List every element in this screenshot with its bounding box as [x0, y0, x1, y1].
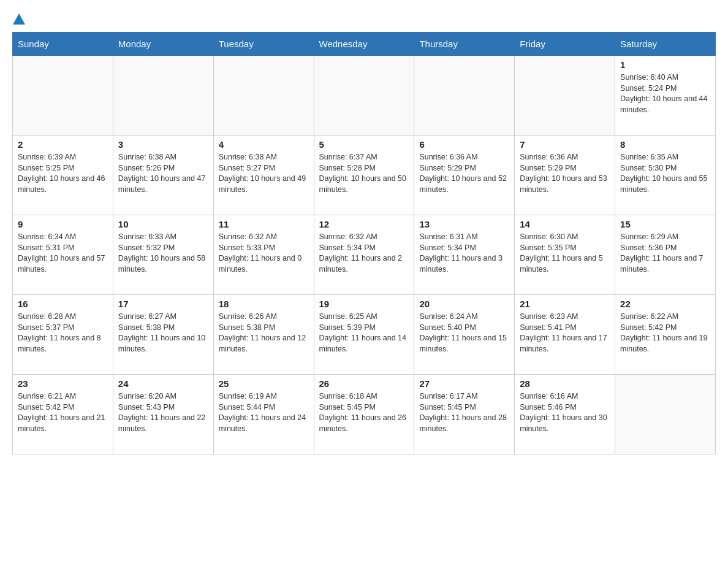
- calendar-cell: 7Sunrise: 6:36 AM Sunset: 5:29 PM Daylig…: [515, 136, 615, 215]
- calendar-cell: 26Sunrise: 6:18 AM Sunset: 5:45 PM Dayli…: [314, 375, 414, 454]
- calendar-header-saturday: Saturday: [615, 33, 716, 56]
- calendar-week-row: 23Sunrise: 6:21 AM Sunset: 5:42 PM Dayli…: [13, 375, 716, 454]
- svg-marker-0: [13, 13, 25, 25]
- calendar-header-friday: Friday: [515, 33, 615, 56]
- calendar-header-wednesday: Wednesday: [314, 33, 414, 56]
- day-number: 1: [620, 59, 710, 70]
- calendar-header-row: SundayMondayTuesdayWednesdayThursdayFrid…: [13, 33, 716, 56]
- day-info: Sunrise: 6:39 AM Sunset: 5:25 PM Dayligh…: [18, 152, 108, 195]
- calendar-week-row: 9Sunrise: 6:34 AM Sunset: 5:31 PM Daylig…: [13, 215, 716, 295]
- day-info: Sunrise: 6:34 AM Sunset: 5:31 PM Dayligh…: [18, 232, 108, 275]
- day-info: Sunrise: 6:31 AM Sunset: 5:34 PM Dayligh…: [419, 232, 509, 275]
- logo-triangle-icon: [12, 12, 26, 26]
- calendar-cell: 18Sunrise: 6:26 AM Sunset: 5:38 PM Dayli…: [213, 295, 314, 375]
- day-info: Sunrise: 6:40 AM Sunset: 5:24 PM Dayligh…: [620, 72, 710, 115]
- calendar-cell: [314, 56, 414, 136]
- day-info: Sunrise: 6:27 AM Sunset: 5:38 PM Dayligh…: [118, 312, 208, 354]
- day-number: 2: [18, 139, 108, 150]
- day-info: Sunrise: 6:30 AM Sunset: 5:35 PM Dayligh…: [520, 232, 610, 275]
- calendar-cell: 14Sunrise: 6:30 AM Sunset: 5:35 PM Dayli…: [515, 215, 615, 295]
- logo: [12, 12, 27, 26]
- day-number: 26: [319, 378, 409, 389]
- day-info: Sunrise: 6:38 AM Sunset: 5:26 PM Dayligh…: [118, 152, 208, 195]
- day-number: 22: [620, 299, 710, 309]
- day-number: 6: [419, 139, 509, 150]
- calendar-cell: [13, 56, 113, 136]
- day-info: Sunrise: 6:35 AM Sunset: 5:30 PM Dayligh…: [620, 152, 710, 195]
- day-number: 5: [319, 139, 409, 150]
- day-number: 9: [18, 219, 108, 229]
- calendar-cell: [213, 56, 314, 136]
- day-number: 15: [620, 219, 710, 229]
- calendar-week-row: 16Sunrise: 6:28 AM Sunset: 5:37 PM Dayli…: [13, 295, 716, 375]
- day-number: 28: [520, 378, 610, 389]
- day-info: Sunrise: 6:22 AM Sunset: 5:42 PM Dayligh…: [620, 312, 710, 354]
- day-info: Sunrise: 6:33 AM Sunset: 5:32 PM Dayligh…: [118, 232, 208, 275]
- day-info: Sunrise: 6:28 AM Sunset: 5:37 PM Dayligh…: [18, 312, 108, 354]
- page-header: [12, 12, 716, 26]
- day-info: Sunrise: 6:18 AM Sunset: 5:45 PM Dayligh…: [319, 391, 409, 434]
- day-info: Sunrise: 6:19 AM Sunset: 5:44 PM Dayligh…: [219, 391, 309, 434]
- day-info: Sunrise: 6:29 AM Sunset: 5:36 PM Dayligh…: [620, 232, 710, 275]
- calendar-cell: 15Sunrise: 6:29 AM Sunset: 5:36 PM Dayli…: [615, 215, 716, 295]
- day-info: Sunrise: 6:17 AM Sunset: 5:45 PM Dayligh…: [419, 391, 509, 434]
- day-number: 27: [419, 378, 509, 389]
- day-number: 7: [520, 139, 610, 150]
- day-number: 19: [319, 299, 409, 309]
- calendar-table: SundayMondayTuesdayWednesdayThursdayFrid…: [12, 32, 716, 454]
- day-number: 3: [118, 139, 208, 150]
- calendar-cell: 19Sunrise: 6:25 AM Sunset: 5:39 PM Dayli…: [314, 295, 414, 375]
- day-number: 16: [18, 299, 108, 309]
- calendar-cell: 1Sunrise: 6:40 AM Sunset: 5:24 PM Daylig…: [615, 56, 716, 136]
- calendar-week-row: 2Sunrise: 6:39 AM Sunset: 5:25 PM Daylig…: [13, 136, 716, 215]
- day-info: Sunrise: 6:32 AM Sunset: 5:33 PM Dayligh…: [219, 232, 309, 275]
- calendar-header-thursday: Thursday: [414, 33, 515, 56]
- day-number: 14: [520, 219, 610, 229]
- day-info: Sunrise: 6:21 AM Sunset: 5:42 PM Dayligh…: [18, 391, 108, 434]
- day-info: Sunrise: 6:23 AM Sunset: 5:41 PM Dayligh…: [520, 312, 610, 354]
- day-number: 17: [118, 299, 208, 309]
- day-number: 10: [118, 219, 208, 229]
- day-info: Sunrise: 6:25 AM Sunset: 5:39 PM Dayligh…: [319, 312, 409, 354]
- day-info: Sunrise: 6:16 AM Sunset: 5:46 PM Dayligh…: [520, 391, 610, 434]
- calendar-cell: 21Sunrise: 6:23 AM Sunset: 5:41 PM Dayli…: [515, 295, 615, 375]
- calendar-cell: 3Sunrise: 6:38 AM Sunset: 5:26 PM Daylig…: [113, 136, 213, 215]
- day-number: 18: [219, 299, 309, 309]
- calendar-cell: [515, 56, 615, 136]
- calendar-cell: 22Sunrise: 6:22 AM Sunset: 5:42 PM Dayli…: [615, 295, 716, 375]
- calendar-cell: 25Sunrise: 6:19 AM Sunset: 5:44 PM Dayli…: [213, 375, 314, 454]
- calendar-cell: 8Sunrise: 6:35 AM Sunset: 5:30 PM Daylig…: [615, 136, 716, 215]
- calendar-cell: [615, 375, 716, 454]
- day-number: 23: [18, 378, 108, 389]
- day-number: 11: [219, 219, 309, 229]
- calendar-cell: 23Sunrise: 6:21 AM Sunset: 5:42 PM Dayli…: [13, 375, 113, 454]
- calendar-cell: [414, 56, 515, 136]
- calendar-cell: [113, 56, 213, 136]
- calendar-cell: 5Sunrise: 6:37 AM Sunset: 5:28 PM Daylig…: [314, 136, 414, 215]
- calendar-cell: 2Sunrise: 6:39 AM Sunset: 5:25 PM Daylig…: [13, 136, 113, 215]
- day-info: Sunrise: 6:37 AM Sunset: 5:28 PM Dayligh…: [319, 152, 409, 195]
- day-number: 4: [219, 139, 309, 150]
- day-number: 24: [118, 378, 208, 389]
- calendar-cell: 16Sunrise: 6:28 AM Sunset: 5:37 PM Dayli…: [13, 295, 113, 375]
- calendar-header-sunday: Sunday: [13, 33, 113, 56]
- day-info: Sunrise: 6:26 AM Sunset: 5:38 PM Dayligh…: [219, 312, 309, 354]
- calendar-header-tuesday: Tuesday: [213, 33, 314, 56]
- day-number: 20: [419, 299, 509, 309]
- day-info: Sunrise: 6:20 AM Sunset: 5:43 PM Dayligh…: [118, 391, 208, 434]
- day-info: Sunrise: 6:36 AM Sunset: 5:29 PM Dayligh…: [520, 152, 610, 195]
- calendar-header-monday: Monday: [113, 33, 213, 56]
- calendar-week-row: 1Sunrise: 6:40 AM Sunset: 5:24 PM Daylig…: [13, 56, 716, 136]
- calendar-cell: 11Sunrise: 6:32 AM Sunset: 5:33 PM Dayli…: [213, 215, 314, 295]
- day-info: Sunrise: 6:36 AM Sunset: 5:29 PM Dayligh…: [419, 152, 509, 195]
- calendar-cell: 9Sunrise: 6:34 AM Sunset: 5:31 PM Daylig…: [13, 215, 113, 295]
- calendar-cell: 10Sunrise: 6:33 AM Sunset: 5:32 PM Dayli…: [113, 215, 213, 295]
- calendar-cell: 17Sunrise: 6:27 AM Sunset: 5:38 PM Dayli…: [113, 295, 213, 375]
- day-info: Sunrise: 6:24 AM Sunset: 5:40 PM Dayligh…: [419, 312, 509, 354]
- calendar-cell: 13Sunrise: 6:31 AM Sunset: 5:34 PM Dayli…: [414, 215, 515, 295]
- calendar-cell: 6Sunrise: 6:36 AM Sunset: 5:29 PM Daylig…: [414, 136, 515, 215]
- day-number: 8: [620, 139, 710, 150]
- calendar-cell: 28Sunrise: 6:16 AM Sunset: 5:46 PM Dayli…: [515, 375, 615, 454]
- calendar-cell: 4Sunrise: 6:38 AM Sunset: 5:27 PM Daylig…: [213, 136, 314, 215]
- calendar-cell: 24Sunrise: 6:20 AM Sunset: 5:43 PM Dayli…: [113, 375, 213, 454]
